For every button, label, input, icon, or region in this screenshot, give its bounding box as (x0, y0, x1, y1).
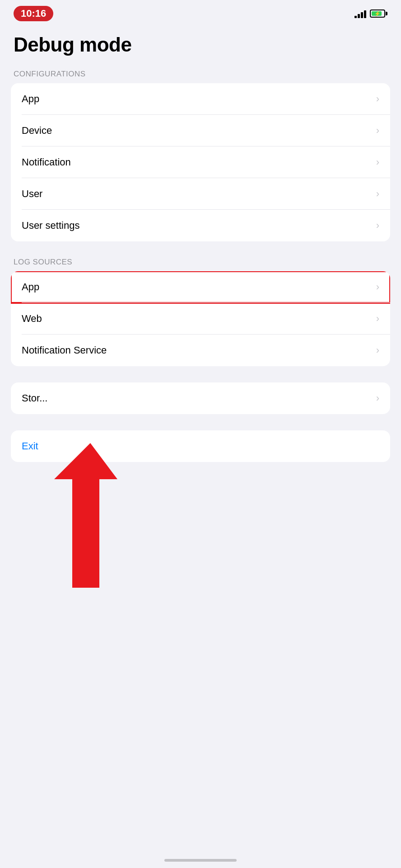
svg-marker-0 (54, 443, 117, 588)
configurations-group: App › Device › Notification › User › Use… (11, 83, 390, 241)
configurations-section-label: CONFIGURATIONS (0, 70, 401, 83)
chevron-icon: › (376, 188, 379, 200)
config-user-item[interactable]: User › (11, 178, 390, 210)
signal-bars-icon (354, 9, 366, 18)
page-title: Debug mode (0, 24, 401, 70)
exit-button[interactable]: Exit (11, 430, 390, 462)
log-app-item[interactable]: App › (11, 271, 390, 303)
config-app-item[interactable]: App › (11, 83, 390, 115)
chevron-icon: › (376, 156, 379, 168)
exit-card: Exit (11, 430, 390, 462)
config-device-item[interactable]: Device › (11, 115, 390, 146)
home-indicator (164, 859, 237, 862)
log-sources-group: App › Web › Notification Service › (11, 271, 390, 366)
log-sources-section-label: LOG SOURCES (0, 258, 401, 271)
chevron-icon: › (376, 392, 379, 404)
extra-group: Stor... › (11, 382, 390, 414)
log-notification-service-item[interactable]: Notification Service › (11, 335, 390, 366)
chevron-icon: › (376, 125, 379, 137)
log-web-item[interactable]: Web › (11, 303, 390, 335)
extra-stor-item[interactable]: Stor... › (11, 382, 390, 414)
chevron-icon: › (376, 281, 379, 293)
chevron-icon: › (376, 93, 379, 105)
battery-icon: ⚡ (370, 9, 387, 18)
status-time: 10:16 (14, 6, 53, 21)
config-notification-item[interactable]: Notification › (11, 146, 390, 178)
chevron-icon: › (376, 344, 379, 356)
chevron-icon: › (376, 313, 379, 325)
status-bar: 10:16 ⚡ (0, 0, 401, 24)
config-user-settings-item[interactable]: User settings › (11, 210, 390, 241)
status-icons: ⚡ (354, 9, 387, 18)
chevron-icon: › (376, 220, 379, 231)
